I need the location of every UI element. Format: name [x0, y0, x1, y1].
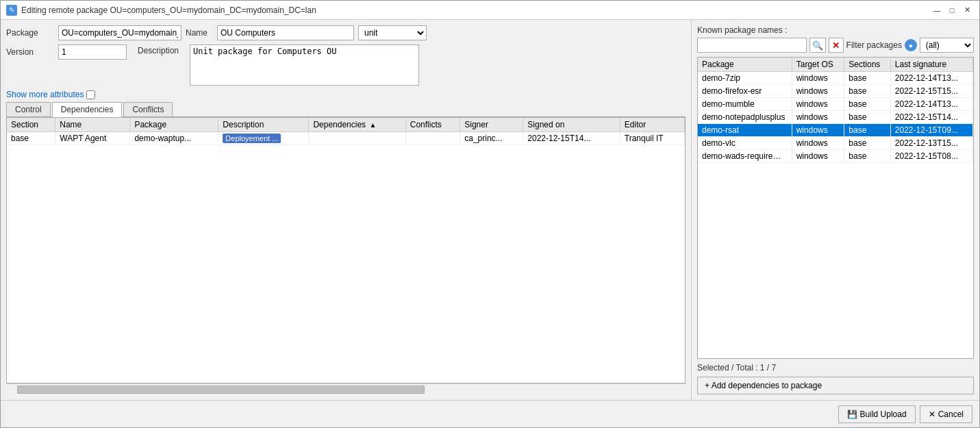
tabs-row: Control Dependencies Conflicts: [6, 102, 686, 117]
table-row[interactable]: baseWAPT Agentdemo-waptup...Deployement …: [7, 132, 685, 145]
title-bar: ✎ Editing remote package OU=computers_OU…: [1, 1, 979, 20]
tab-control[interactable]: Control: [6, 102, 51, 116]
window-title: Editing remote package OU=computers_OU=m…: [21, 5, 316, 15]
version-input[interactable]: [58, 45, 127, 60]
dep-badge: Deployement ...: [223, 134, 281, 143]
right-panel: Known package names : 🔍 ✕ Filter package…: [692, 20, 979, 400]
horizontal-scrollbar[interactable]: [6, 383, 686, 394]
packages-table-container: Package Target OS Sections Last signatur…: [697, 57, 974, 359]
packages-table: Package Target OS Sections Last signatur…: [698, 58, 973, 163]
maximize-button[interactable]: □: [945, 4, 959, 16]
col-signed-on[interactable]: Signed on: [523, 118, 620, 132]
tab-dependencies[interactable]: Dependencies: [52, 102, 123, 117]
window-icon: ✎: [6, 5, 17, 16]
list-item[interactable]: demo-rsatwindowsbase2022-12-15T09...: [698, 124, 973, 137]
list-item[interactable]: demo-7zipwindowsbase2022-12-14T13...: [698, 72, 973, 85]
col-signer[interactable]: Signer: [460, 118, 523, 132]
add-dependencies-button[interactable]: + Add dependencies to package: [697, 377, 974, 394]
packages-header-row: Package Target OS Sections Last signatur…: [698, 58, 973, 72]
pkg-col-sections[interactable]: Sections: [844, 58, 891, 72]
close-button[interactable]: ✕: [960, 4, 974, 16]
main-window: ✎ Editing remote package OU=computers_OU…: [0, 0, 980, 428]
col-package[interactable]: Package: [130, 118, 218, 132]
scrollbar-thumb[interactable]: [17, 386, 425, 394]
left-panel: Package Name unit Version Description Un…: [1, 20, 692, 400]
selected-total: Selected / Total : 1 / 7: [697, 363, 974, 373]
clear-search-button[interactable]: ✕: [829, 38, 844, 53]
known-packages-label: Known package names :: [697, 25, 974, 35]
cancel-label: Cancel: [938, 410, 964, 419]
name-input[interactable]: [217, 25, 354, 40]
list-item[interactable]: demo-mumblewindowsbase2022-12-14T13...: [698, 98, 973, 111]
tab-conflicts[interactable]: Conflicts: [123, 102, 173, 116]
search-button[interactable]: 🔍: [809, 38, 826, 53]
package-name-row: Package Name unit: [6, 25, 686, 40]
description-label: Description: [138, 45, 186, 55]
title-bar-left: ✎ Editing remote package OU=computers_OU…: [6, 5, 316, 16]
name-label: Name: [186, 28, 213, 38]
col-description[interactable]: Description: [218, 118, 309, 132]
col-editor[interactable]: Editor: [620, 118, 684, 132]
show-more-checkbox[interactable]: [86, 90, 95, 99]
cancel-button[interactable]: ✕ Cancel: [920, 405, 972, 423]
package-label: Package: [6, 28, 54, 38]
minimize-button[interactable]: —: [930, 4, 944, 16]
filter-label: Filter packages: [846, 40, 902, 50]
type-select[interactable]: unit: [358, 25, 427, 40]
col-dependencies[interactable]: Dependencies ▲: [309, 118, 405, 132]
dependencies-table: Section Name Package Description Depende…: [7, 118, 685, 145]
version-label: Version: [6, 47, 54, 57]
description-textarea[interactable]: Unit package for Computers OU: [190, 45, 419, 86]
show-more-link[interactable]: Show more attributes: [6, 90, 84, 99]
title-bar-controls: — □ ✕: [930, 4, 974, 16]
build-upload-button[interactable]: 💾 Build Upload: [838, 405, 916, 423]
list-item[interactable]: demo-wads-requireme...windowsbase2022-12…: [698, 150, 973, 163]
filter-select[interactable]: (all) windows linux mac: [920, 38, 974, 53]
build-upload-icon: 💾: [847, 410, 857, 419]
col-name[interactable]: Name: [55, 118, 130, 132]
filter-icon: ●: [905, 39, 917, 51]
pkg-col-target-os[interactable]: Target OS: [792, 58, 844, 72]
footer: 💾 Build Upload ✕ Cancel: [1, 400, 979, 427]
col-section[interactable]: Section: [7, 118, 55, 132]
table-header-row: Section Name Package Description Depende…: [7, 118, 685, 132]
main-content: Package Name unit Version Description Un…: [1, 20, 979, 400]
build-upload-label: Build Upload: [860, 410, 907, 419]
list-item[interactable]: demo-firefox-esrwindowsbase2022-12-15T15…: [698, 85, 973, 98]
package-input[interactable]: [58, 25, 181, 40]
dependencies-table-container: Section Name Package Description Depende…: [6, 117, 686, 383]
list-item[interactable]: demo-notepadpluspluswindowsbase2022-12-1…: [698, 111, 973, 124]
col-conflicts[interactable]: Conflicts: [405, 118, 460, 132]
show-more-row: Show more attributes: [6, 90, 686, 99]
search-row: 🔍 ✕ Filter packages ● (all) windows linu…: [697, 38, 974, 53]
cancel-icon: ✕: [929, 410, 935, 419]
pkg-col-last-sig[interactable]: Last signature: [890, 58, 972, 72]
sort-arrow: ▲: [369, 121, 376, 129]
list-item[interactable]: demo-vlcwindowsbase2022-12-13T15...: [698, 137, 973, 150]
pkg-col-package[interactable]: Package: [698, 58, 792, 72]
search-input[interactable]: [697, 38, 807, 53]
